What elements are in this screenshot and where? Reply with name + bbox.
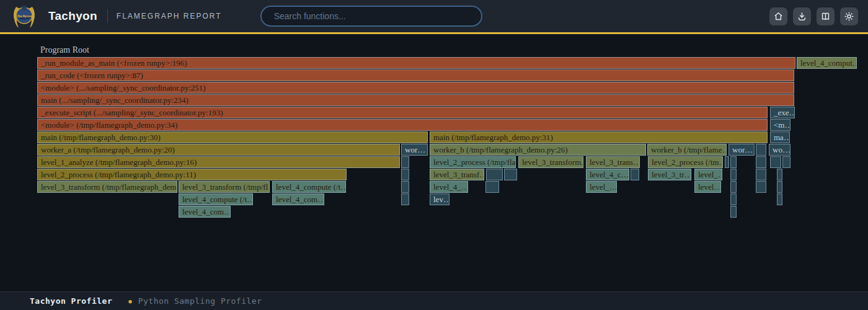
flame-bar[interactable]: level…	[694, 181, 721, 193]
download-icon	[797, 11, 807, 22]
flame-bar[interactable]: level_4_compute (/t…	[179, 193, 253, 205]
tachyon-logo-icon: Tachyon	[11, 3, 37, 29]
flame-bar[interactable]: level_3_trans…	[586, 156, 640, 168]
flame-bar[interactable]: <module> (/tmp/flamegraph_demo.py:34)	[37, 119, 768, 131]
flame-bar[interactable]	[485, 181, 499, 193]
flame-bar[interactable]	[756, 169, 766, 180]
flame-bar[interactable]	[401, 156, 409, 168]
flame-bar[interactable]: <module> (.../sampling/_sync_coordinator…	[37, 82, 794, 94]
flame-bar[interactable]	[730, 206, 737, 218]
flame-bar[interactable]: _exe…	[770, 107, 795, 118]
flame-bar[interactable]: worker_b (/tmp/flame…	[647, 144, 727, 156]
flame-bar[interactable]: level_2_process (/tmp/fla…	[430, 156, 516, 168]
flame-bar[interactable]: _run_module_as_main (<frozen runpy>:196)	[37, 57, 795, 69]
flame-bar[interactable]	[401, 181, 409, 193]
header-toolbar	[769, 7, 858, 25]
flame-bar[interactable]	[756, 181, 766, 193]
docs-button[interactable]	[817, 7, 835, 25]
search-input[interactable]	[260, 6, 482, 27]
flame-bar[interactable]	[782, 156, 790, 168]
status-dot-icon: ●	[128, 298, 131, 304]
header-divider	[107, 9, 108, 23]
flame-bar[interactable]	[777, 181, 782, 193]
download-button[interactable]	[793, 7, 811, 25]
flame-bar[interactable]: main (/tmp/flamegraph_demo.py:30)	[37, 131, 428, 143]
flame-bar[interactable]	[777, 193, 782, 205]
flame-bar[interactable]	[504, 169, 517, 180]
flame-bar[interactable]: main (/tmp/flamegraph_demo.py:31)	[430, 131, 768, 143]
flame-bar[interactable]: level_2_process (/tmp/flamegraph_demo.py…	[37, 169, 347, 180]
flame-bar[interactable]: level_4_compute (/t…	[272, 181, 346, 193]
flame-bar[interactable]	[486, 169, 503, 180]
flame-bar[interactable]	[730, 169, 737, 180]
flame-bar[interactable]	[756, 144, 766, 156]
flame-bar[interactable]	[401, 193, 409, 205]
flame-bar[interactable]: main (.../sampling/_sync_coordinator.py:…	[37, 94, 794, 106]
flame-bar[interactable]: <m…	[770, 119, 790, 131]
status-app-name: Tachyon Profiler	[30, 296, 112, 306]
flame-bar[interactable]: ma…	[770, 131, 790, 143]
flame-bar[interactable]: wo…	[769, 144, 790, 156]
flame-bar[interactable]	[725, 156, 729, 168]
book-icon	[820, 11, 831, 22]
flame-bar[interactable]	[730, 181, 737, 193]
flame-bar[interactable]: level_4_c…	[586, 169, 629, 180]
flame-bar[interactable]	[777, 169, 782, 180]
flame-bar[interactable]	[756, 156, 766, 168]
flamegraph-canvas: Program Root _run_module_as_main (<froze…	[0, 36, 868, 291]
status-bar: Tachyon Profiler ● Python Sampling Profi…	[0, 291, 868, 310]
flame-bar[interactable]	[770, 156, 781, 168]
flame-bar[interactable]: level_4_com…	[272, 193, 324, 205]
flame-bar[interactable]: _run_code (<frozen runpy>:87)	[37, 69, 794, 81]
flame-bar[interactable]: wor…	[401, 144, 428, 156]
flame-bar[interactable]: level_3_transform…	[518, 156, 583, 168]
flame-bar[interactable]	[401, 169, 409, 180]
flame-bar[interactable]: level_3_tr…	[648, 169, 691, 180]
home-button[interactable]	[769, 7, 787, 25]
flame-bar[interactable]: level_4_comput…	[797, 57, 857, 69]
flame-bar[interactable]: _execute_script (.../sampling/_sync_coor…	[37, 107, 768, 118]
flame-bar[interactable]: level_4_com…	[179, 206, 231, 218]
app-title: Tachyon	[48, 9, 97, 23]
theme-button[interactable]	[840, 7, 858, 25]
status-profiler-type: Python Sampling Profiler	[138, 296, 262, 306]
flame-bar[interactable]	[730, 156, 737, 168]
flame-bar[interactable]: level_3_transform (/tmp/fl…	[179, 181, 270, 193]
flame-bar[interactable]: level_3_transform (/tmp/flamegraph_dem…	[37, 181, 177, 193]
flame-bar[interactable]: level_…	[694, 169, 722, 180]
flame-bar[interactable]: level_…	[586, 181, 617, 193]
brightness-icon	[844, 11, 854, 22]
flame-bar[interactable]: wor…	[728, 144, 755, 156]
flame-bar[interactable]	[730, 193, 737, 205]
flame-bar[interactable]: level_3_transf…	[430, 169, 484, 180]
flame-bar[interactable]: level_4_…	[430, 181, 468, 193]
flame-bar[interactable]: worker_a (/tmp/flamegraph_demo.py:20)	[37, 144, 400, 156]
flame-bar[interactable]: lev…	[430, 193, 450, 205]
flame-bar[interactable]: level_2_process (/tm…	[648, 156, 723, 168]
report-type-label: FLAMEGRAPH REPORT	[117, 12, 222, 20]
search-container	[260, 6, 482, 27]
app-header: Tachyon Tachyon FLAMEGRAPH REPORT	[0, 0, 868, 34]
flame-bar[interactable]: level_1_analyze (/tmp/flamegraph_demo.py…	[37, 156, 400, 168]
home-icon	[773, 11, 784, 22]
svg-text:Tachyon: Tachyon	[17, 14, 32, 19]
flame-bar[interactable]: worker_b (/tmp/flamegraph_demo.py:26)	[430, 144, 646, 156]
flame-bar[interactable]	[631, 169, 639, 180]
flame-root-label: Program Root	[40, 45, 89, 55]
